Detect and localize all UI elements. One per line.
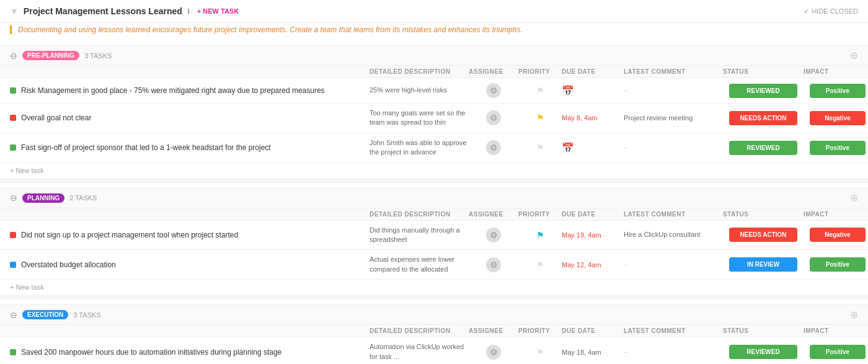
priority-cell[interactable]: ⚑: [518, 143, 562, 153]
gear-icon: ⚙: [490, 143, 498, 153]
collapse-icon[interactable]: ▼: [10, 6, 19, 16]
subtitle-text: Documenting and using lessons learned en…: [10, 25, 523, 34]
status-cell[interactable]: REVIEWED: [723, 84, 804, 98]
due-date-cell: May 18, 4am: [562, 348, 624, 356]
status-cell[interactable]: IN REVIEW: [723, 257, 804, 272]
assignee-cell[interactable]: ⚙: [469, 140, 518, 155]
task-name[interactable]: Fast sign-off of project sponsor that le…: [21, 143, 271, 152]
new-task-link[interactable]: + New task: [0, 280, 54, 295]
impact-badge[interactable]: Positive: [810, 257, 866, 272]
impact-cell[interactable]: Positive: [804, 141, 868, 155]
priority-flag-icon[interactable]: ⚑: [536, 230, 544, 240]
section-header-execution: ⊖ EXECUTION 3 TASKS ⊕: [0, 304, 868, 325]
impact-cell[interactable]: Positive: [804, 257, 868, 272]
col-impact: IMPACT: [804, 327, 868, 334]
status-cell[interactable]: NEEDS ACTION: [723, 111, 804, 125]
impact-cell[interactable]: Negative: [804, 228, 868, 242]
impact-badge[interactable]: Positive: [810, 141, 866, 155]
section-collapse-icon[interactable]: ⊖: [10, 193, 17, 203]
task-status-dot: [10, 232, 16, 238]
due-date-cell: 📅: [562, 85, 624, 97]
impact-cell[interactable]: Positive: [804, 84, 868, 98]
impact-badge[interactable]: Positive: [810, 345, 866, 359]
gear-icon: ⚙: [490, 230, 498, 240]
col-detailed-description: DETAILED DESCRIPTION: [370, 327, 469, 334]
priority-cell[interactable]: ⚑: [518, 86, 562, 95]
section-collapse-icon[interactable]: ⊖: [10, 310, 17, 320]
task-status-dot: [10, 87, 16, 94]
task-name[interactable]: Saved 200 manpower hours due to automati…: [21, 348, 281, 357]
task-status-dot: [10, 349, 16, 355]
priority-flag-icon[interactable]: ⚑: [536, 86, 544, 95]
assignee-cell[interactable]: ⚙: [469, 345, 518, 360]
status-badge[interactable]: REVIEWED: [729, 84, 797, 98]
impact-cell[interactable]: Positive: [804, 345, 868, 359]
status-cell[interactable]: REVIEWED: [723, 345, 804, 359]
new-task-link[interactable]: + New task: [0, 163, 54, 178]
priority-cell[interactable]: ⚑: [518, 347, 562, 357]
task-name-cell: Did not sign up to a project management …: [10, 231, 370, 239]
latest-comment: Project review meeting: [624, 113, 723, 123]
priority-cell[interactable]: ⚑: [518, 113, 562, 123]
assignee-cell[interactable]: ⚙: [469, 257, 518, 272]
status-cell[interactable]: REVIEWED: [723, 141, 804, 155]
impact-badge[interactable]: Positive: [810, 84, 866, 98]
task-description: Actual expenses were lower compared to t…: [370, 255, 469, 274]
col-task: [10, 327, 370, 334]
col-detailed-description: DETAILED DESCRIPTION: [370, 68, 469, 75]
calendar-icon: 📅: [562, 86, 574, 96]
section-collapse-icon[interactable]: ⊖: [10, 51, 17, 61]
col-status: STATUS: [723, 327, 804, 334]
status-cell[interactable]: NEEDS ACTION: [723, 228, 804, 242]
latest-comment: Hire a ClickUp consultant: [624, 230, 723, 239]
col-due-date: DUE DATE: [562, 68, 624, 75]
task-name[interactable]: Did not sign up to a project management …: [21, 231, 238, 239]
hide-closed-button[interactable]: ✓ HIDE CLOSED: [804, 7, 858, 16]
assignee-cell[interactable]: ⚙: [469, 228, 518, 242]
status-badge[interactable]: NEEDS ACTION: [729, 111, 797, 125]
task-name[interactable]: Overstated budget allocation: [21, 260, 116, 269]
section-add-icon[interactable]: ⊕: [850, 50, 858, 61]
section-task-count: 3 TASKS: [73, 311, 100, 319]
new-task-button[interactable]: + NEW TASK: [197, 7, 239, 15]
comment-dash: –: [624, 348, 627, 355]
gear-icon: ⚙: [490, 347, 498, 357]
due-date-cell: May 19, 4am: [562, 231, 624, 239]
table-header: DETAILED DESCRIPTIONASSIGNEEPRIORITYDUE …: [0, 208, 868, 221]
assignee-cell[interactable]: ⚙: [469, 83, 518, 98]
task-name-cell: Fast sign-off of project sponsor that le…: [10, 143, 370, 152]
task-name[interactable]: Overall goal not clear: [21, 113, 91, 122]
avatar[interactable]: ⚙: [486, 110, 501, 125]
priority-cell[interactable]: ⚑: [518, 230, 562, 240]
avatar[interactable]: ⚙: [486, 228, 501, 242]
avatar[interactable]: ⚙: [486, 83, 501, 98]
section-execution: ⊖ EXECUTION 3 TASKS ⊕ DETAILED DESCRIPTI…: [0, 304, 868, 364]
page-header: ▼ Project Management Lessons Learned ℹ +…: [0, 0, 868, 23]
impact-badge[interactable]: Negative: [810, 111, 866, 125]
status-badge[interactable]: IN REVIEW: [729, 257, 797, 272]
table-row: Overall goal not clear Too many goals we…: [0, 104, 868, 133]
section-add-icon[interactable]: ⊕: [850, 309, 858, 321]
task-name[interactable]: Risk Management in good place - 75% were…: [21, 86, 325, 95]
priority-flag-icon[interactable]: ⚑: [536, 347, 544, 357]
impact-badge[interactable]: Negative: [810, 228, 866, 242]
priority-cell[interactable]: ⚑: [518, 260, 562, 270]
impact-cell[interactable]: Negative: [804, 111, 868, 125]
avatar[interactable]: ⚙: [486, 345, 501, 360]
priority-flag-icon[interactable]: ⚑: [536, 113, 544, 123]
section-add-icon[interactable]: ⊕: [850, 192, 858, 204]
status-badge[interactable]: NEEDS ACTION: [729, 228, 797, 242]
section-task-count: 2 TASKS: [69, 194, 97, 202]
assignee-cell[interactable]: ⚙: [469, 110, 518, 125]
status-badge[interactable]: REVIEWED: [729, 141, 797, 155]
info-icon[interactable]: ℹ: [187, 7, 190, 16]
status-badge[interactable]: REVIEWED: [729, 345, 797, 359]
avatar[interactable]: ⚙: [486, 257, 501, 272]
priority-flag-icon[interactable]: ⚑: [536, 143, 544, 153]
avatar[interactable]: ⚙: [486, 140, 501, 155]
table-header: DETAILED DESCRIPTIONASSIGNEEPRIORITYDUE …: [0, 66, 868, 78]
gear-icon: ⚙: [490, 113, 498, 123]
col-priority: PRIORITY: [518, 327, 562, 334]
priority-flag-icon[interactable]: ⚑: [536, 260, 544, 270]
section-tag-planning: PLANNING: [22, 193, 64, 203]
